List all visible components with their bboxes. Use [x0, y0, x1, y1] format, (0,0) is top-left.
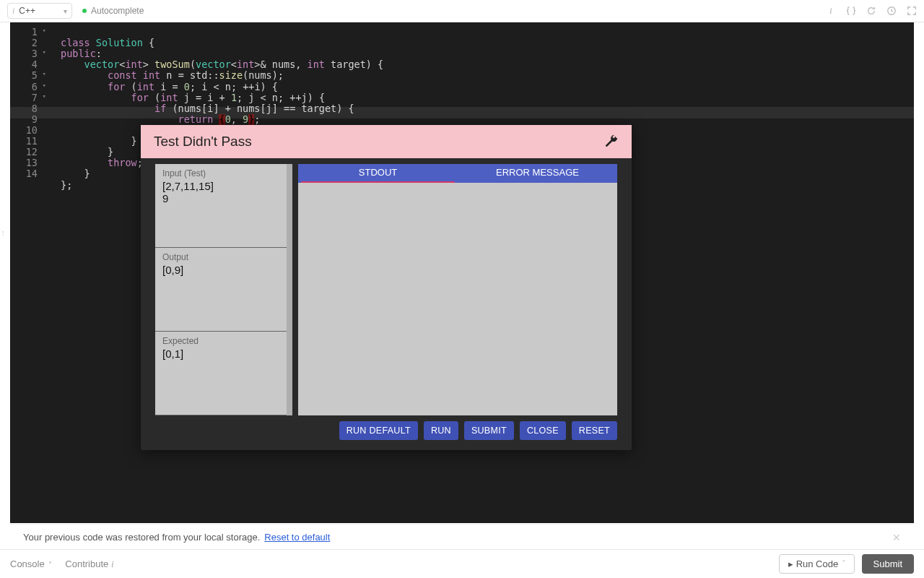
reset-icon[interactable] [866, 6, 876, 16]
reset-button[interactable]: RESET [572, 421, 617, 440]
submit-button[interactable]: SUBMIT [464, 421, 514, 440]
bottom-bar: Console ˅ Contribute i ▸ Run Code ˆ Subm… [0, 549, 924, 578]
modal-actions: RUN DEFAULT RUN SUBMIT CLOSE RESET [155, 421, 617, 440]
input-label: Input (Test) [162, 168, 285, 178]
info-icon[interactable]: i [826, 6, 836, 16]
modal-title: Test Didn't Pass [154, 134, 252, 150]
language-select[interactable]: i C++ ▾ [7, 3, 72, 19]
gutter: 1▾ 2 3▾ 4 5▾ 6▾ 7▾ 8 9 10 11 12 13 14 [10, 27, 49, 523]
expected-value: [0,1] [162, 348, 285, 360]
editor-toolbar: i C++ ▾ Autocomplete i [0, 0, 924, 22]
output-pane: Output [0,9] [155, 248, 292, 332]
autocomplete-toggle[interactable]: Autocomplete [82, 6, 144, 16]
autocomplete-label: Autocomplete [91, 6, 144, 16]
submit-main-button[interactable]: Submit [862, 554, 914, 574]
language-value: C++ [19, 6, 35, 16]
restore-notice: Your previous code was restored from you… [10, 524, 914, 550]
reset-default-link[interactable]: Reset to default [264, 532, 330, 543]
modal-body: Input (Test) [2,7,11,15] 9 Output [0,9] … [141, 158, 632, 450]
braces-icon[interactable] [846, 6, 856, 16]
fullscreen-icon[interactable] [907, 6, 917, 16]
close-button[interactable]: CLOSE [520, 421, 566, 440]
play-icon: ▸ [788, 558, 793, 569]
scrollbar[interactable] [287, 164, 292, 415]
console-tabs: STDOUT ERROR MESSAGE [298, 164, 617, 183]
chevron-down-icon: ▾ [64, 7, 67, 15]
chevron-up-icon: ˅ [48, 561, 52, 569]
io-column: Input (Test) [2,7,11,15] 9 Output [0,9] … [155, 164, 292, 415]
test-result-modal: Test Didn't Pass Input (Test) [2,7,11,15… [141, 125, 632, 450]
resize-handle-icon[interactable]: ⠇ [1, 230, 5, 238]
tab-error-message[interactable]: ERROR MESSAGE [458, 164, 617, 183]
close-icon[interactable]: ✕ [892, 532, 901, 543]
status-dot-icon [82, 9, 87, 13]
input-value: [2,7,11,15] 9 [162, 180, 285, 204]
restore-text: Your previous code was restored from you… [23, 532, 260, 543]
console-column: STDOUT ERROR MESSAGE [298, 164, 617, 415]
expected-label: Expected [162, 336, 285, 346]
toolbar-right: i [826, 6, 917, 16]
stdout-content [298, 183, 617, 415]
console-toggle[interactable]: Console ˅ [10, 558, 52, 569]
output-value: [0,9] [162, 264, 285, 276]
info-icon: i [12, 6, 14, 17]
input-pane: Input (Test) [2,7,11,15] 9 [155, 164, 292, 248]
info-icon: i [111, 558, 114, 569]
expected-pane: Expected [0,1] [155, 332, 292, 415]
run-code-label: Run Code [796, 558, 839, 569]
chevron-up-icon: ˆ [842, 560, 845, 568]
wrench-icon[interactable] [603, 134, 619, 150]
output-label: Output [162, 252, 285, 262]
run-code-button[interactable]: ▸ Run Code ˆ [779, 554, 855, 574]
run-button[interactable]: RUN [424, 421, 458, 440]
modal-header: Test Didn't Pass [141, 125, 632, 158]
run-default-button[interactable]: RUN DEFAULT [339, 421, 418, 440]
tab-stdout[interactable]: STDOUT [298, 164, 458, 183]
contribute-link[interactable]: Contribute i [65, 558, 113, 570]
clock-icon[interactable] [886, 6, 897, 16]
